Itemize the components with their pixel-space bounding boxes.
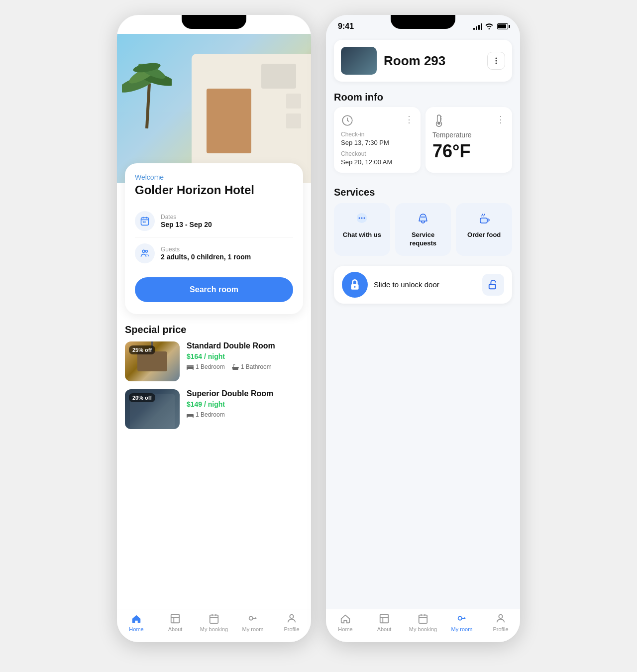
clock-icon	[341, 114, 354, 127]
svg-rect-22	[171, 615, 180, 623]
nav-profile-label-2: Profile	[493, 626, 508, 632]
status-icons-2	[473, 23, 508, 30]
unlock-door-card[interactable]: Slide to unlock door	[334, 266, 512, 304]
service-requests-label: Service requests	[400, 231, 446, 248]
nav-myroom-label-1: My room	[242, 626, 264, 632]
home-icon-2	[340, 613, 351, 624]
order-food-label: Order food	[467, 231, 501, 239]
room-info-title: Room info	[334, 88, 512, 103]
building-icon	[170, 613, 181, 624]
search-room-button[interactable]: Search room	[135, 277, 293, 302]
nav-home-label-2: Home	[338, 626, 352, 632]
discount-badge-1: 25% off	[129, 345, 155, 354]
temperature-card: ⋮ Temperature 76°F	[425, 107, 512, 173]
svg-point-56	[499, 615, 502, 618]
notch-2	[391, 15, 455, 29]
nav-home-1[interactable]: Home	[117, 613, 156, 632]
order-food-card[interactable]: Order food	[456, 203, 512, 256]
svg-point-32	[496, 60, 497, 62]
svg-rect-17	[193, 368, 194, 370]
special-price-title: Special price	[117, 314, 311, 341]
nav-booking-label-2: My booking	[409, 626, 437, 632]
nav-booking-2[interactable]: My booking	[404, 613, 442, 632]
bottom-nav-2: Home About My booking My room	[326, 609, 520, 642]
guests-icon-wrap	[135, 243, 155, 263]
room-info-grid: ⋮ Check-in Sep 13, 7:30 PM Checkout Sep …	[334, 107, 512, 173]
nav-about-2[interactable]: About	[365, 613, 404, 632]
hotel-name: Golder Horizon Hotel	[135, 183, 293, 197]
key-icon	[247, 613, 258, 624]
svg-point-41	[359, 218, 360, 219]
room2-image: 20% off	[125, 389, 180, 429]
guests-value: 2 adults, 0 children, 1 room	[161, 253, 251, 261]
svg-point-31	[496, 58, 497, 59]
svg-rect-10	[143, 222, 144, 223]
notch	[182, 15, 246, 29]
room-menu-button[interactable]	[487, 52, 505, 70]
temperature-value: 76°F	[432, 141, 505, 162]
svg-rect-18	[232, 367, 239, 368]
svg-rect-48	[380, 615, 389, 623]
nav-profile-2[interactable]: Profile	[481, 613, 520, 632]
svg-point-55	[458, 616, 462, 620]
discount-badge-2: 20% off	[129, 393, 155, 402]
phone-1: 9:41	[117, 15, 311, 642]
unlock-handle-icon	[488, 279, 499, 290]
guests-icon	[140, 248, 150, 258]
nav-booking-1[interactable]: My booking	[195, 613, 233, 632]
checkin-menu-button[interactable]: ⋮	[405, 114, 414, 125]
calendar-icon-wrap	[135, 211, 155, 231]
signal-icon	[264, 23, 273, 30]
nav-profile-1[interactable]: Profile	[272, 613, 311, 632]
lock-icon	[348, 278, 361, 291]
dates-label: Dates	[161, 214, 212, 221]
svg-rect-11	[144, 222, 146, 223]
bottom-nav-1: Home About My booking My room	[117, 609, 311, 642]
svg-point-43	[364, 218, 365, 219]
battery-icon-2	[497, 23, 508, 29]
wifi-icon-2	[485, 23, 493, 29]
nav-home-label-1: Home	[129, 626, 143, 632]
nav-myroom-2[interactable]: My room	[442, 613, 481, 632]
nav-myroom-label-2: My room	[451, 626, 473, 632]
svg-rect-25	[210, 615, 218, 624]
temp-menu-button[interactable]: ⋮	[496, 114, 505, 125]
special-price-list: 25% off Standard Double Room $164 / nigh…	[117, 341, 311, 437]
phone2-content: Room 293 Room info	[326, 34, 520, 609]
svg-point-30	[290, 615, 293, 618]
wifi-icon	[276, 23, 284, 29]
person-icon	[286, 613, 297, 624]
chat-service-card[interactable]: Chat with us	[334, 203, 390, 256]
welcome-card: Welcome Golder Horizon Hotel Dates Sep 1…	[125, 163, 303, 314]
svg-point-33	[496, 63, 497, 64]
nav-home-2[interactable]: Home	[326, 613, 365, 632]
room-header-card: Room 293	[334, 40, 512, 82]
checkin-label: Check-in	[341, 131, 414, 138]
temperature-label: Temperature	[432, 131, 505, 139]
bell-icon	[415, 211, 431, 227]
nav-about-label-2: About	[377, 626, 392, 632]
checkin-card: ⋮ Check-in Sep 13, 7:30 PM Checkout Sep …	[334, 107, 421, 173]
unlock-handle[interactable]	[482, 274, 504, 296]
chat-icon	[354, 211, 370, 227]
chat-service-label: Chat with us	[343, 231, 381, 239]
unlock-circle	[342, 272, 368, 298]
nav-about-1[interactable]: About	[156, 613, 195, 632]
building-icon-2	[379, 613, 390, 624]
svg-point-42	[361, 218, 363, 219]
room1-bathroom: 1 Bathroom	[241, 363, 272, 370]
unlock-door-text: Slide to unlock door	[374, 280, 476, 289]
status-icons-1	[264, 23, 299, 30]
room-thumbnail	[341, 47, 377, 75]
svg-point-29	[249, 616, 253, 620]
calendar-icon	[140, 216, 150, 226]
nav-myroom-1[interactable]: My room	[233, 613, 272, 632]
service-requests-card[interactable]: Service requests	[395, 203, 451, 256]
key-icon-2	[456, 613, 467, 624]
room2-amenities: 1 Bedroom	[187, 411, 303, 418]
svg-rect-15	[187, 365, 194, 367]
nav-about-label-1: About	[168, 626, 183, 632]
room1-bedroom: 1 Bedroom	[196, 363, 225, 370]
svg-rect-19	[187, 414, 194, 417]
room-number-title: Room 293	[384, 53, 480, 69]
